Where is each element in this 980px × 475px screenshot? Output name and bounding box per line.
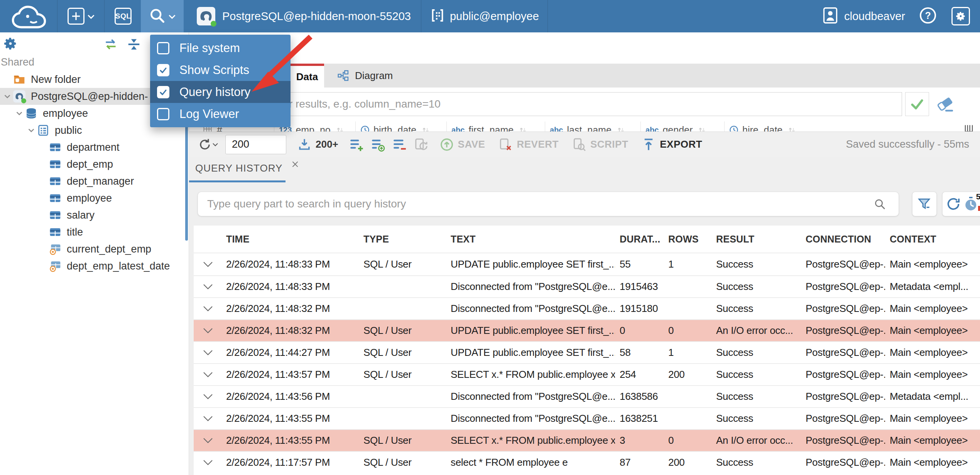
- script-button[interactable]: SCRIPT: [572, 137, 628, 152]
- tab-diagram[interactable]: Diagram: [324, 64, 406, 88]
- query-history-row[interactable]: 2/26/2024, 11:43:56 PMDisconnected from …: [194, 385, 980, 407]
- grid-column-gender[interactable]: abcgender: [640, 121, 724, 131]
- qh-cell-time: 2/26/2024, 11:48:32 PM: [221, 325, 359, 337]
- qh-column-connection[interactable]: CONNECTION: [801, 234, 885, 245]
- menu-item-file-system[interactable]: File system: [150, 37, 291, 59]
- settings-button[interactable]: [951, 7, 970, 25]
- tree-item-current-dept-emp[interactable]: current_dept_emp: [0, 241, 189, 258]
- delete-row-button[interactable]: [392, 137, 407, 152]
- qh-cell-text: UPDATE public.employee SET first_...: [446, 258, 615, 270]
- row-expand-chevron-icon[interactable]: [194, 369, 221, 381]
- qh-cell-connection: PostgreSQL@ep-...: [801, 369, 885, 381]
- tree-item-title[interactable]: title: [0, 224, 189, 241]
- qh-cell-result: An I/O error occ...: [711, 325, 801, 337]
- save-button[interactable]: SAVE: [439, 137, 485, 152]
- duplicate-row-icon: [371, 137, 385, 152]
- table-icon: [49, 175, 61, 187]
- tree-expand-chevron-icon[interactable]: [25, 126, 37, 134]
- clear-filter-eraser-icon[interactable]: [937, 94, 955, 113]
- query-history-tab[interactable]: QUERY HISTORY: [195, 162, 299, 174]
- sidebar-settings-gear-icon[interactable]: [3, 36, 18, 51]
- row-expand-chevron-icon[interactable]: [194, 258, 221, 270]
- qh-column-time[interactable]: TIME: [221, 234, 359, 245]
- tree-item-department[interactable]: department: [0, 139, 189, 156]
- column-picker-icon[interactable]: [964, 123, 974, 131]
- query-history-panel: QUERY HISTORY 5s TIMETYPETE: [189, 157, 980, 475]
- qh-column-text[interactable]: TEXT: [446, 234, 615, 245]
- row-expand-chevron-icon[interactable]: [194, 435, 221, 446]
- query-history-refresh-group[interactable]: 5s: [942, 192, 980, 216]
- query-history-row[interactable]: 2/26/2024, 11:43:55 PMDisconnected from …: [194, 407, 980, 429]
- grid-column-first-name[interactable]: abcfirst_name: [446, 121, 545, 131]
- tab-data[interactable]: Data: [290, 64, 324, 88]
- qh-column-result[interactable]: RESULT: [711, 234, 801, 245]
- row-expand-chevron-icon[interactable]: [194, 281, 221, 293]
- row-expand-chevron-icon[interactable]: [194, 391, 221, 403]
- chevron-down-icon: [212, 143, 218, 147]
- qh-column-durat[interactable]: DURAT...: [615, 234, 664, 245]
- row-expand-chevron-icon[interactable]: [194, 347, 221, 359]
- qh-cell-duration: 1638251: [615, 413, 664, 424]
- query-history-search-input[interactable]: [198, 192, 899, 216]
- export-button[interactable]: EXPORT: [641, 137, 702, 152]
- new-connection-button[interactable]: [68, 8, 95, 25]
- menu-item-query-history[interactable]: Query history: [150, 81, 291, 103]
- row-expand-chevron-icon[interactable]: [194, 303, 221, 315]
- menu-item-log-viewer[interactable]: Log Viewer: [150, 103, 291, 125]
- table-icon: [49, 226, 61, 238]
- query-history-row[interactable]: 2/26/2024, 11:48:32 PMSQL / UserUPDATE p…: [194, 319, 980, 341]
- row-limit-input[interactable]: [225, 135, 286, 154]
- qh-column-context[interactable]: CONTEXT: [885, 234, 980, 245]
- stop-auto-refresh-icon[interactable]: [978, 206, 980, 211]
- sql-editor-button[interactable]: SQL: [115, 8, 132, 25]
- revert-button[interactable]: REVERT: [498, 137, 558, 152]
- query-history-filter-button[interactable]: [912, 192, 937, 216]
- tree-chevron-spacer: [37, 228, 49, 236]
- filter-expression-input[interactable]: [197, 92, 902, 116]
- query-history-row[interactable]: 2/26/2024, 11:48:33 PMDisconnected from …: [194, 275, 980, 297]
- sync-navigation-icon[interactable]: [103, 37, 118, 52]
- tree-item-dept-manager[interactable]: dept_manager: [0, 173, 189, 190]
- fetch-more-button[interactable]: 200+: [297, 137, 338, 152]
- tree-item-dept-emp-latest-date[interactable]: dept_emp_latest_date: [0, 258, 189, 275]
- view-tools-menu-button[interactable]: [141, 0, 184, 32]
- qh-cell-context: Main <employee>: [885, 456, 980, 468]
- close-icon[interactable]: [291, 160, 299, 168]
- query-history-row[interactable]: 2/26/2024, 11:43:57 PMSQL / UserSELECT x…: [194, 363, 980, 385]
- connection-selector[interactable]: PostgreSQL@ep-hidden-moon-55203: [197, 7, 411, 25]
- refresh-grid-button[interactable]: [414, 137, 429, 152]
- query-history-row[interactable]: 2/26/2024, 11:43:55 PMSQL / UserSELECT x…: [194, 429, 980, 451]
- collapse-all-icon[interactable]: [127, 37, 141, 52]
- qh-cell-time: 2/26/2024, 11:48:32 PM: [221, 303, 359, 315]
- duplicate-row-button[interactable]: [371, 137, 385, 152]
- query-history-row[interactable]: 2/26/2024, 11:17:57 PMSQL / Userselect *…: [194, 451, 980, 473]
- add-row-button[interactable]: [349, 137, 364, 152]
- menu-item-show-scripts[interactable]: Show Scripts: [150, 59, 291, 81]
- schema-selector[interactable]: public@employee: [430, 8, 539, 25]
- row-expand-chevron-icon[interactable]: [194, 325, 221, 337]
- qh-column-rows[interactable]: ROWS: [664, 234, 711, 245]
- tree-expand-chevron-icon[interactable]: [14, 109, 25, 117]
- help-button[interactable]: ?: [919, 7, 937, 26]
- grid-column-hire-date[interactable]: hire_date: [724, 121, 810, 131]
- apply-filter-button[interactable]: [905, 92, 929, 116]
- grid-column-last-name[interactable]: abclast_name: [545, 121, 640, 131]
- tree-item-salary[interactable]: salary: [0, 207, 189, 224]
- query-history-row[interactable]: 2/26/2024, 11:48:33 PMSQL / UserUPDATE p…: [194, 253, 980, 275]
- qh-cell-connection: PostgreSQL@ep-...: [801, 456, 885, 468]
- refresh-icon[interactable]: [946, 196, 961, 212]
- qh-column-type[interactable]: TYPE: [359, 234, 446, 245]
- query-history-row[interactable]: 2/26/2024, 11:44:27 PMSQL / UserUPDATE p…: [194, 341, 980, 363]
- tree-item-dept-emp[interactable]: dept_emp: [0, 156, 189, 173]
- refresh-button[interactable]: [198, 137, 218, 152]
- svg-text:?: ?: [925, 10, 931, 21]
- menu-item-label: File system: [179, 41, 240, 55]
- query-history-row[interactable]: 2/26/2024, 11:48:32 PMDisconnected from …: [194, 297, 980, 319]
- row-expand-chevron-icon[interactable]: [194, 456, 221, 468]
- row-expand-chevron-icon[interactable]: [194, 413, 221, 424]
- tree-expand-chevron-icon[interactable]: [2, 93, 13, 100]
- grid-column-birth-date[interactable]: birth_date: [355, 121, 446, 131]
- user-menu[interactable]: cloudbeaver: [822, 7, 905, 25]
- qh-cell-context: Main <employee>: [885, 413, 980, 424]
- tree-item-employee[interactable]: employee: [0, 190, 189, 207]
